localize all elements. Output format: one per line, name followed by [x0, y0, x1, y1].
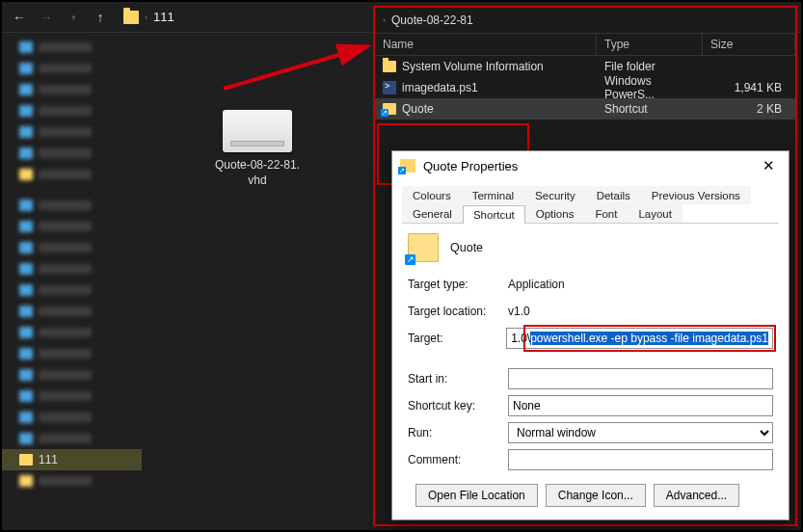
file-name-line2: vhd [248, 173, 266, 187]
powershell-icon [383, 81, 396, 94]
dialog-title: Quote Properties [423, 159, 756, 173]
open-file-location-button[interactable]: Open File Location [415, 484, 538, 507]
sidebar-item[interactable] [2, 195, 142, 216]
forward-button[interactable]: → [35, 6, 58, 29]
advanced-button[interactable]: Advanced... [654, 484, 739, 507]
tab-font[interactable]: Font [584, 204, 628, 223]
chevron-right-icon: › [383, 15, 386, 25]
file-size: 2 KB [703, 102, 795, 116]
dialog-titlebar[interactable]: Quote Properties ✕ [392, 151, 789, 180]
sidebar-item[interactable] [2, 79, 142, 100]
change-icon-button[interactable]: Change Icon... [546, 484, 646, 507]
folder-icon [19, 454, 33, 466]
file-name: imagedata.ps1 [402, 81, 478, 94]
nav-sidebar: 111 [2, 33, 142, 530]
target-label: Target: [408, 332, 498, 345]
folder-icon [123, 11, 139, 24]
run-select[interactable]: Normal window [508, 422, 773, 443]
shortcut-icon [400, 159, 415, 173]
sidebar-item[interactable] [2, 301, 142, 322]
tab-colours[interactable]: Colours [402, 186, 462, 204]
file-row-selected[interactable]: Quote Shortcut 2 KB [375, 98, 795, 120]
sidebar-item[interactable] [2, 100, 142, 121]
address-bar[interactable]: › 111 [123, 10, 174, 24]
sidebar-item[interactable] [2, 58, 142, 79]
recent-dropdown[interactable]: ▾ [62, 6, 85, 29]
file-item-vhd[interactable]: Quote-08-22-81. vhd [200, 110, 315, 188]
sidebar-item-label: 111 [39, 453, 58, 466]
sidebar-item[interactable] [2, 322, 142, 343]
run-label: Run: [408, 426, 500, 439]
file-size: 1,941 KB [703, 81, 795, 94]
file-name: System Volume Information [402, 60, 544, 73]
tab-layout[interactable]: Layout [628, 204, 683, 223]
file-type: Windows PowerS... [597, 74, 703, 101]
file-list-area[interactable]: Quote-08-22-81. vhd [142, 33, 373, 530]
breadcrumb-text: Quote-08-22-81 [391, 13, 473, 27]
target-highlighted-text: powershell.exe -ep bypass -file imagedat… [530, 332, 768, 345]
target-input[interactable]: 1.0\powershell.exe -ep bypass -file imag… [506, 328, 773, 349]
shortcut-panel: Quote Target type: Application Target lo… [402, 224, 779, 512]
col-type[interactable]: Type [597, 34, 703, 55]
startin-input[interactable] [508, 368, 773, 389]
properties-dialog: Quote Properties ✕ Colours Terminal Secu… [391, 150, 790, 520]
target-type-label: Target type: [408, 278, 500, 291]
shortcutkey-input[interactable] [508, 395, 773, 416]
sidebar-item[interactable] [2, 407, 142, 428]
shortcut-icon [383, 103, 396, 115]
sidebar-item[interactable] [2, 470, 142, 492]
sidebar-item[interactable] [2, 386, 142, 407]
column-headers[interactable]: Name Type Size [375, 33, 795, 56]
target-location-label: Target location: [408, 305, 500, 318]
sidebar-item[interactable] [2, 343, 142, 364]
sidebar-item[interactable] [2, 237, 142, 258]
sidebar-item-current[interactable]: 111 [2, 449, 142, 470]
address-folder-name: 111 [153, 10, 174, 24]
back-button[interactable]: ← [8, 6, 31, 29]
tab-shortcut[interactable]: Shortcut [463, 205, 525, 224]
address-bar[interactable]: › Quote-08-22-81 [375, 8, 795, 33]
sidebar-item[interactable] [2, 121, 142, 143]
file-name: Quote [402, 102, 434, 116]
sidebar-item[interactable] [2, 216, 142, 237]
tab-details[interactable]: Details [586, 186, 641, 204]
tab-general[interactable]: General [402, 204, 463, 223]
tabs: Colours Terminal Security Details Previo… [402, 186, 779, 224]
sidebar-item[interactable] [2, 143, 142, 164]
shortcut-large-icon [408, 233, 439, 262]
target-input-wrap: 1.0\powershell.exe -ep bypass -file imag… [506, 328, 773, 349]
sidebar-item[interactable] [2, 364, 142, 386]
folder-icon [383, 61, 396, 72]
tab-terminal[interactable]: Terminal [462, 186, 524, 204]
file-row[interactable]: imagedata.ps1 Windows PowerS... 1,941 KB [375, 77, 795, 98]
comment-input[interactable] [508, 449, 773, 470]
target-location-value: v1.0 [508, 305, 530, 318]
drive-icon [223, 110, 292, 152]
tab-security[interactable]: Security [524, 186, 586, 204]
sidebar-item[interactable] [2, 428, 142, 449]
startin-label: Start in: [408, 372, 500, 386]
file-row[interactable]: System Volume Information File folder [375, 56, 795, 77]
col-size[interactable]: Size [703, 34, 795, 55]
chevron-right-icon: › [145, 13, 147, 22]
tab-options[interactable]: Options [525, 204, 585, 223]
close-button[interactable]: ✕ [756, 157, 781, 174]
file-name-line1: Quote-08-22-81. [215, 158, 300, 172]
sidebar-item[interactable] [2, 164, 142, 185]
file-type: File folder [597, 60, 703, 73]
button-row: Open File Location Change Icon... Advanc… [408, 476, 773, 507]
item-name: Quote [450, 241, 483, 254]
tab-previous[interactable]: Previous Versions [641, 186, 751, 204]
sidebar-item[interactable] [2, 258, 142, 279]
shortcutkey-label: Shortcut key: [408, 399, 500, 412]
comment-label: Comment: [408, 453, 500, 466]
up-button[interactable]: ↑ [89, 6, 112, 29]
target-type-value: Application [508, 278, 565, 291]
col-name[interactable]: Name [375, 34, 597, 55]
file-type: Shortcut [597, 102, 703, 116]
target-prefix: 1.0\ [511, 332, 530, 345]
sidebar-item[interactable] [2, 37, 142, 58]
sidebar-item[interactable] [2, 279, 142, 301]
